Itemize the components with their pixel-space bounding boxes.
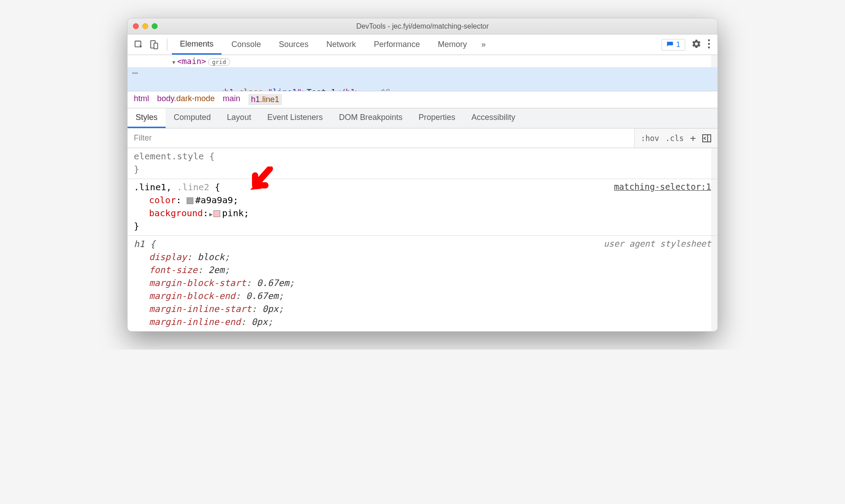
svg-point-3 bbox=[708, 39, 710, 41]
toggle-computed-panel-icon[interactable] bbox=[702, 134, 711, 142]
css-property: margin-block-end: 0.67em; bbox=[134, 290, 711, 303]
color-swatch-icon[interactable] bbox=[187, 197, 193, 204]
dom-node-main[interactable]: <main>grid bbox=[128, 55, 717, 67]
dom-ellipsis-icon[interactable]: ⋯ bbox=[132, 70, 138, 76]
svg-point-4 bbox=[708, 43, 710, 44]
settings-icon[interactable] bbox=[691, 39, 701, 51]
devtools-window: DevTools - jec.fyi/demo/matching-selecto… bbox=[127, 18, 718, 332]
window-title: DevTools - jec.fyi/demo/matching-selecto… bbox=[128, 22, 717, 30]
css-property[interactable]: color: #a9a9a9; bbox=[134, 194, 711, 207]
styles-pane: element.style { } .line1, .line2 { match… bbox=[128, 148, 717, 331]
device-toolbar-icon[interactable] bbox=[149, 40, 159, 50]
tab-network[interactable]: Network bbox=[318, 35, 364, 54]
dom-tree[interactable]: <main>grid ⋯ <h1 class="line1">Test 1</h… bbox=[128, 55, 717, 91]
main-tab-bar: Elements Console Sources Network Perform… bbox=[128, 34, 717, 55]
sub-tab-dom-breakpoints[interactable]: DOM Breakpoints bbox=[331, 108, 410, 128]
cls-toggle[interactable]: .cls bbox=[666, 134, 684, 143]
hov-toggle[interactable]: :hov bbox=[641, 134, 659, 143]
issues-count: 1 bbox=[676, 41, 680, 49]
rule-line1-line2[interactable]: .line1, .line2 { matching-selector:1 col… bbox=[128, 179, 717, 236]
sub-tab-properties[interactable]: Properties bbox=[410, 108, 463, 128]
sub-tab-computed[interactable]: Computed bbox=[166, 108, 219, 128]
unmatched-selector: .line2 bbox=[177, 182, 209, 192]
grid-badge[interactable]: grid bbox=[208, 58, 230, 66]
breadcrumb-item[interactable]: body.dark-mode bbox=[157, 94, 215, 105]
tab-elements[interactable]: Elements bbox=[172, 35, 222, 55]
styles-filter-input[interactable] bbox=[128, 128, 634, 148]
styles-sub-tabs: Styles Computed Layout Event Listeners D… bbox=[128, 108, 717, 128]
breadcrumb: html body.dark-mode main h1.line1 bbox=[128, 91, 717, 108]
expand-shorthand-icon[interactable]: ▶ bbox=[209, 211, 213, 218]
color-swatch-icon[interactable] bbox=[213, 210, 220, 217]
stylesheet-source-link[interactable]: matching-selector:1 bbox=[614, 181, 711, 194]
tab-sources[interactable]: Sources bbox=[271, 35, 316, 54]
tab-memory[interactable]: Memory bbox=[430, 35, 475, 54]
css-property: margin-block-start: 0.67em; bbox=[134, 277, 711, 290]
new-style-rule-button[interactable]: + bbox=[690, 132, 696, 144]
user-agent-stylesheet-label: user agent stylesheet bbox=[604, 238, 711, 251]
sub-tab-styles[interactable]: Styles bbox=[128, 108, 166, 128]
issues-badge[interactable]: 1 bbox=[661, 39, 685, 51]
css-property: margin-inline-start: 0px; bbox=[134, 303, 711, 316]
breadcrumb-item-current[interactable]: h1.line1 bbox=[248, 94, 282, 105]
tab-console[interactable]: Console bbox=[223, 35, 269, 54]
dom-node-h1-line1[interactable]: ⋯ <h1 class="line1">Test 1</h1> == $0 bbox=[128, 67, 717, 91]
matched-selector: .line1 bbox=[134, 182, 166, 192]
issues-icon bbox=[666, 41, 674, 48]
titlebar: DevTools - jec.fyi/demo/matching-selecto… bbox=[128, 18, 717, 34]
more-options-icon[interactable] bbox=[708, 39, 710, 51]
styles-filter-row: :hov .cls + bbox=[128, 128, 717, 148]
rule-user-agent-h1[interactable]: h1 { user agent stylesheet display: bloc… bbox=[128, 236, 717, 331]
svg-rect-2 bbox=[154, 43, 158, 49]
breadcrumb-item[interactable]: html bbox=[134, 94, 149, 105]
css-property: font-size: 2em; bbox=[134, 264, 711, 277]
breadcrumb-item[interactable]: main bbox=[223, 94, 240, 105]
sub-tab-layout[interactable]: Layout bbox=[219, 108, 259, 128]
css-property: margin-inline-end: 0px; bbox=[134, 316, 711, 329]
tabs-overflow-button[interactable]: » bbox=[477, 37, 490, 52]
sub-tab-event-listeners[interactable]: Event Listeners bbox=[259, 108, 331, 128]
inspect-element-icon[interactable] bbox=[134, 40, 144, 50]
css-property[interactable]: background:▶pink; bbox=[134, 207, 711, 220]
css-property: display: block; bbox=[134, 251, 711, 264]
sub-tab-accessibility[interactable]: Accessibility bbox=[463, 108, 523, 128]
rule-element-style[interactable]: element.style { } bbox=[128, 148, 717, 179]
tab-performance[interactable]: Performance bbox=[366, 35, 428, 54]
svg-point-5 bbox=[708, 46, 710, 48]
